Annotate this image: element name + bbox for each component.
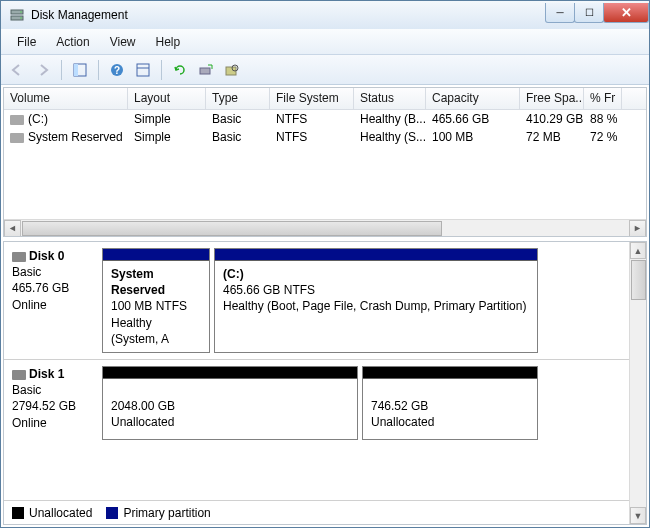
disk-size: 2794.52 GB xyxy=(12,398,94,414)
partition-body: (C:) 465.66 GB NTFS Healthy (Boot, Page … xyxy=(215,261,537,352)
volume-type: Basic xyxy=(206,129,270,145)
volume-row[interactable]: System Reserved Simple Basic NTFS Health… xyxy=(4,128,646,146)
forward-button[interactable] xyxy=(31,58,55,82)
arrow-right-icon xyxy=(35,62,51,78)
col-layout[interactable]: Layout xyxy=(128,88,206,109)
col-status[interactable]: Status xyxy=(354,88,426,109)
disk-type: Basic xyxy=(12,382,94,398)
disk-graphical-panel: Disk 0 Basic 465.76 GB Online System Res… xyxy=(3,241,647,525)
svg-rect-5 xyxy=(74,64,78,76)
partition-size: 100 MB NTFS xyxy=(111,298,201,314)
scroll-down-button[interactable]: ▼ xyxy=(630,507,646,524)
toolbar: ? xyxy=(1,55,649,85)
volume-list-hscroll[interactable]: ◄ ► xyxy=(4,219,646,236)
svg-text:?: ? xyxy=(114,65,120,76)
partition[interactable]: (C:) 465.66 GB NTFS Healthy (Boot, Page … xyxy=(214,248,538,353)
volume-capacity: 100 MB xyxy=(426,129,520,145)
volume-free: 410.29 GB xyxy=(520,111,584,127)
volume-type: Basic xyxy=(206,111,270,127)
refresh-button[interactable] xyxy=(168,58,192,82)
scroll-h-thumb[interactable] xyxy=(22,221,442,236)
partition-status: Healthy (Boot, Page File, Crash Dump, Pr… xyxy=(223,298,529,314)
partition[interactable]: 746.52 GB Unallocated xyxy=(362,366,538,440)
disk-info[interactable]: Disk 0 Basic 465.76 GB Online xyxy=(4,242,102,359)
volume-row[interactable]: (C:) Simple Basic NTFS Healthy (B... 465… xyxy=(4,110,646,128)
menu-action[interactable]: Action xyxy=(46,32,99,52)
col-filesystem[interactable]: File System xyxy=(270,88,354,109)
window-title: Disk Management xyxy=(31,8,546,22)
partition-status: Healthy (System, A xyxy=(111,315,201,347)
scroll-left-button[interactable]: ◄ xyxy=(4,220,21,237)
scroll-right-button[interactable]: ► xyxy=(629,220,646,237)
volume-pctfree: 88 % xyxy=(584,111,622,127)
settings-button[interactable] xyxy=(220,58,244,82)
disk-panel-vscroll[interactable]: ▲ ▼ xyxy=(629,242,646,524)
svg-point-2 xyxy=(20,11,22,13)
menu-file[interactable]: File xyxy=(7,32,46,52)
disk-name: Disk 0 xyxy=(12,248,94,264)
menu-view[interactable]: View xyxy=(100,32,146,52)
settings-icon xyxy=(224,62,240,78)
partition-size: 746.52 GB xyxy=(371,398,529,414)
disk-partitions: 2048.00 GB Unallocated 746.52 GB Unalloc… xyxy=(102,360,629,446)
disk-info[interactable]: Disk 1 Basic 2794.52 GB Online xyxy=(4,360,102,446)
properties-button[interactable] xyxy=(131,58,155,82)
scroll-up-button[interactable]: ▲ xyxy=(630,242,646,259)
legend-unallocated: Unallocated xyxy=(12,506,92,520)
col-type[interactable]: Type xyxy=(206,88,270,109)
volume-icon xyxy=(10,133,24,143)
maximize-button[interactable]: ☐ xyxy=(574,3,604,23)
volume-icon xyxy=(10,115,24,125)
scroll-v-thumb[interactable] xyxy=(631,260,646,300)
arrow-left-icon xyxy=(9,62,25,78)
console-tree-icon xyxy=(72,62,88,78)
titlebar[interactable]: Disk Management ─ ☐ ✕ xyxy=(1,1,649,29)
partition-size: 465.66 GB NTFS xyxy=(223,282,529,298)
svg-rect-8 xyxy=(137,64,149,76)
back-button[interactable] xyxy=(5,58,29,82)
show-hide-console-button[interactable] xyxy=(68,58,92,82)
volume-status: Healthy (S... xyxy=(354,129,426,145)
legend-primary: Primary partition xyxy=(106,506,210,520)
volume-list-header: Volume Layout Type File System Status Ca… xyxy=(4,88,646,110)
menubar: File Action View Help xyxy=(1,29,649,55)
disk-status: Online xyxy=(12,297,94,313)
toolbar-separator xyxy=(98,60,99,80)
volume-free: 72 MB xyxy=(520,129,584,145)
partition-status: Unallocated xyxy=(111,414,349,430)
toolbar-separator xyxy=(61,60,62,80)
disk-icon xyxy=(12,252,26,262)
partition-color-bar xyxy=(103,249,209,261)
window-controls: ─ ☐ ✕ xyxy=(546,3,649,23)
close-button[interactable]: ✕ xyxy=(603,3,649,23)
disk-size: 465.76 GB xyxy=(12,280,94,296)
volume-status: Healthy (B... xyxy=(354,111,426,127)
partition-size: 2048.00 GB xyxy=(111,398,349,414)
partition-body: 746.52 GB Unallocated xyxy=(363,379,537,439)
disk-management-window: Disk Management ─ ☐ ✕ File Action View H… xyxy=(0,0,650,528)
refresh-icon xyxy=(172,62,188,78)
volume-layout: Simple xyxy=(128,111,206,127)
toolbar-separator xyxy=(161,60,162,80)
rescan-disks-button[interactable] xyxy=(194,58,218,82)
partition-body: System Reserved 100 MB NTFS Healthy (Sys… xyxy=(103,261,209,352)
disk-mgmt-icon xyxy=(9,7,25,23)
legend: Unallocated Primary partition xyxy=(4,500,629,524)
minimize-button[interactable]: ─ xyxy=(545,3,575,23)
col-capacity[interactable]: Capacity xyxy=(426,88,520,109)
help-button[interactable]: ? xyxy=(105,58,129,82)
col-free-space[interactable]: Free Spa... xyxy=(520,88,584,109)
partition-title: System Reserved xyxy=(111,266,201,298)
svg-point-3 xyxy=(20,17,22,19)
partition[interactable]: 2048.00 GB Unallocated xyxy=(102,366,358,440)
col-volume[interactable]: Volume xyxy=(4,88,128,109)
disk-icon xyxy=(12,370,26,380)
menu-help[interactable]: Help xyxy=(146,32,191,52)
svg-rect-10 xyxy=(200,68,210,74)
partition-color-bar xyxy=(363,367,537,379)
col-pct-free[interactable]: % Fr xyxy=(584,88,622,109)
volume-layout: Simple xyxy=(128,129,206,145)
disk-partitions: System Reserved 100 MB NTFS Healthy (Sys… xyxy=(102,242,629,359)
partition[interactable]: System Reserved 100 MB NTFS Healthy (Sys… xyxy=(102,248,210,353)
disk-type: Basic xyxy=(12,264,94,280)
